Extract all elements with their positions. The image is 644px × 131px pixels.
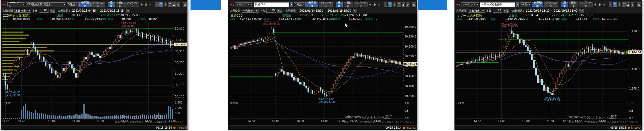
spin-up-icon[interactable]: ▲: [506, 9, 509, 13]
display-period-button[interactable]: 表示期間: [532, 2, 543, 7]
settings-wrench-icon[interactable]: ⚙: [631, 2, 635, 7]
mountain-chart-icon[interactable]: ▲: [402, 2, 405, 7]
svg-text:30,250: 30,250: [175, 61, 184, 64]
zoom-in-icon[interactable]: ⊕: [373, 2, 377, 7]
market-select[interactable]: マーケット▼: [235, 2, 253, 7]
svg-text:高値 1190.55: 高値 1190.55: [502, 25, 518, 28]
instrument-select[interactable]: 日経225▼: [254, 2, 289, 7]
my-chart-icon[interactable]: MYılı: [622, 2, 626, 7]
info-icon[interactable]: i: [393, 2, 396, 7]
my-chart-icon[interactable]: MYılı: [397, 2, 401, 7]
timeframe-select[interactable]: 5分足▼: [520, 2, 531, 7]
svg-text:高値 30400: 高値 30400: [121, 24, 135, 27]
technical-button[interactable]: テクニカル: [91, 2, 105, 7]
bar-count-input[interactable]: 85: [39, 9, 48, 13]
svg-text:14:00: 14:00: [247, 120, 255, 123]
crosshair-icon[interactable]: +: [593, 2, 597, 7]
settings-wrench-icon[interactable]: ⚙: [177, 2, 180, 7]
svg-text:30,200: 30,200: [175, 72, 184, 75]
price-chart[interactable]: 30,700.030,650.030,600.030,550.030,500.0…: [228, 21, 417, 124]
svg-text:08:45: 08:45: [18, 120, 25, 123]
technical-button[interactable]: テクニカル: [319, 2, 333, 7]
spread-mode-button[interactable]: スプレッド: [354, 2, 368, 7]
settings-wrench-icon[interactable]: ⚙: [406, 2, 409, 7]
market-select[interactable]: マーケット▼: [7, 2, 25, 7]
quote-row-primary: マザーズ総合指数 現在値 1,184.54 -3.29 -0.28% 21/09…: [455, 13, 642, 17]
reload-range-icon[interactable]: ↩: [353, 9, 357, 13]
period-row-label: 表示期間: [2, 9, 13, 13]
my-chart-icon[interactable]: MYılı: [168, 2, 171, 7]
normal-mode-button[interactable]: 通常: [561, 2, 568, 7]
print-icon[interactable]: ⊟: [637, 2, 641, 7]
print-icon[interactable]: ⊟: [412, 2, 416, 7]
indexed-mode-button[interactable]: 指数化: [569, 2, 578, 7]
normal-mode-button[interactable]: 通常: [336, 2, 343, 7]
count-mode-select[interactable]: 本数指定▼: [468, 9, 485, 13]
chevron-down-icon: ▼: [256, 10, 257, 12]
spin-down-icon[interactable]: ▼: [277, 9, 280, 13]
date-range-value: 2021/09/15 04:55 ～ 2021/09/15 15:05: [72, 9, 124, 13]
link-icon[interactable]: 1: [230, 3, 234, 6]
chart-panel-mothers-index: 1 マーケット▼ マザーズ総合指数▼ ▼ 5分足▼ 表示期間 テクニカル 通常 …: [454, 0, 642, 130]
draw-pencil-icon[interactable]: ✎: [609, 2, 612, 7]
normal-mode-button[interactable]: 通常: [108, 2, 115, 7]
info-icon[interactable]: i: [164, 2, 167, 7]
market-select[interactable]: マーケット▼: [461, 2, 479, 7]
spin-down-icon[interactable]: ▼: [50, 9, 52, 13]
reload-range-icon[interactable]: ↩: [579, 9, 584, 13]
svg-text:0.0: 0.0: [404, 117, 409, 120]
svg-text:09:00: 09:00: [272, 120, 280, 123]
zoom-out-icon[interactable]: ⊖: [377, 2, 381, 7]
draw-pencil-icon[interactable]: ✎: [384, 2, 387, 7]
mountain-chart-icon[interactable]: ▲: [172, 2, 176, 7]
change-value: -158.39: [315, 13, 333, 17]
zoom-out-icon[interactable]: ⊖: [602, 2, 606, 7]
count-mode-select[interactable]: 本数指定▼: [14, 9, 31, 13]
svg-text:安値 30347.30: 安値 30347.30: [318, 100, 335, 103]
info-icon[interactable]: i: [618, 2, 621, 7]
zoom-in-icon[interactable]: ⊕: [144, 2, 148, 7]
zoom-out-icon[interactable]: ⊖: [149, 2, 152, 7]
link-icon[interactable]: 1: [456, 3, 460, 6]
mountain-chart-icon[interactable]: ▲: [626, 2, 630, 7]
timeframe-select[interactable]: 5分足▼: [67, 2, 79, 7]
zoom-in-icon[interactable]: ⊕: [598, 2, 602, 7]
instrument-dropdown-button[interactable]: ▼: [516, 2, 519, 7]
crosshair-icon[interactable]: +: [368, 2, 372, 7]
volume-value: 67,112,700: [602, 17, 617, 20]
open-value: 30,350 16:30: [12, 17, 30, 20]
spread-mode-button[interactable]: スプレッド: [579, 2, 593, 7]
crosshair-icon[interactable]: +: [140, 2, 143, 7]
bar-count-input[interactable]: 85: [493, 9, 502, 13]
count-spinner[interactable]: ▼▲: [277, 9, 282, 13]
display-period-button[interactable]: 表示期間: [79, 2, 91, 7]
count-spinner[interactable]: ▼▲: [504, 9, 509, 13]
status-bar: 09/15 15:15 Interval: [455, 125, 642, 130]
price-chart[interactable]: 1,190.01,185.01,180.01,175.01.00.50.0出来高…: [455, 21, 642, 124]
indexed-mode-button[interactable]: 指数化: [116, 2, 125, 7]
spin-up-icon[interactable]: ▲: [280, 9, 282, 13]
indexed-mode-button[interactable]: 指数化: [344, 2, 353, 7]
display-period-button[interactable]: 表示期間: [306, 2, 318, 7]
spread-mode-button[interactable]: スプレッド: [125, 2, 139, 7]
print-icon[interactable]: ⊟: [183, 2, 187, 7]
instrument-dropdown-button[interactable]: ▼: [290, 2, 293, 7]
timeframe-select[interactable]: 5分足▼: [294, 2, 306, 7]
count-spinner[interactable]: ▼▲: [50, 9, 55, 13]
instrument-select[interactable]: マザーズ総合指数▼: [480, 2, 515, 7]
reload-range-icon[interactable]: ↩: [126, 9, 130, 13]
bar-count-input[interactable]: 85: [266, 9, 276, 13]
link-icon[interactable]: 1: [2, 3, 6, 6]
spin-down-icon[interactable]: ▼: [504, 9, 506, 13]
chevron-down-icon: ▼: [29, 10, 30, 12]
price-chart[interactable]: 30,40030,35030,30030,25030,20030,15030,1…: [1, 21, 188, 124]
yen-price-icon[interactable]: ¥: [613, 2, 617, 7]
technical-button[interactable]: テクニカル: [544, 2, 558, 7]
count-mode-select[interactable]: 本数指定▼: [242, 9, 258, 13]
instrument-select[interactable]: 225先物大阪(期近)▼: [26, 2, 66, 7]
spin-up-icon[interactable]: ▲: [52, 9, 55, 13]
draw-pencil-icon[interactable]: ✎: [155, 2, 158, 7]
yen-price-icon[interactable]: ¥: [388, 2, 392, 7]
yen-price-icon[interactable]: ¥: [159, 2, 163, 7]
svg-text:11:00: 11:00: [72, 120, 80, 123]
